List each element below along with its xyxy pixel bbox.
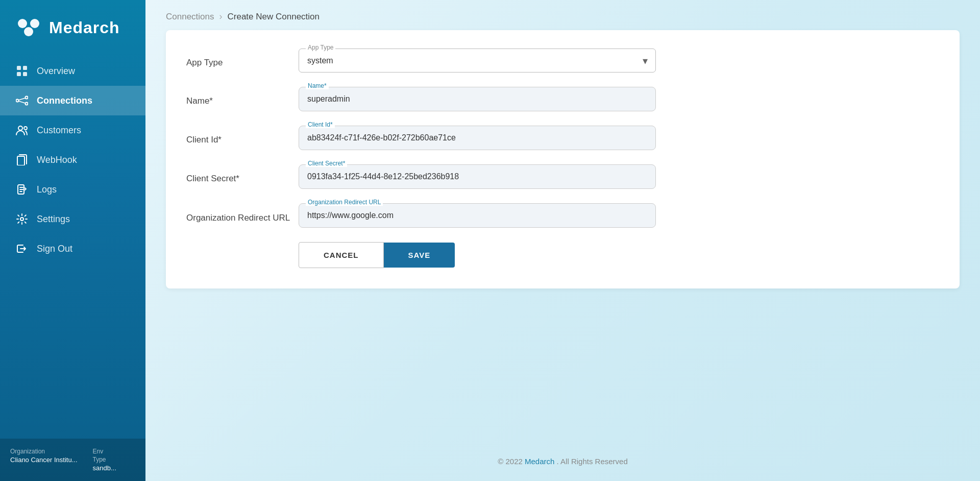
org-redirect-url-row: Organization Redirect URL Organization R… (186, 203, 939, 228)
svg-point-12 (18, 126, 22, 130)
sidebar-item-settings-label: Settings (37, 214, 70, 225)
sidebar-nav: Overview Connections (0, 56, 145, 439)
button-row: CANCEL SAVE (186, 242, 939, 268)
form-card: App Type App Type system external intern… (166, 30, 960, 288)
app-type-field-wrap: App Type system external internal ▾ (299, 49, 656, 73)
env-type-label: Type (93, 456, 116, 463)
settings-icon (15, 212, 29, 226)
client-id-field-wrap: Client Id* (299, 126, 656, 150)
breadcrumb-current: Create New Connection (228, 12, 320, 22)
svg-rect-14 (17, 156, 24, 165)
connections-icon (15, 94, 29, 107)
client-secret-row: Client Secret* Client Secret* (186, 164, 939, 189)
sidebar-item-customers[interactable]: Customers (0, 115, 145, 145)
sidebar-item-webhook[interactable]: WebHook (0, 145, 145, 175)
svg-point-13 (24, 127, 27, 130)
save-button[interactable]: SAVE (384, 243, 455, 268)
env-label: Env (93, 448, 116, 455)
svg-point-9 (26, 103, 28, 105)
client-id-floating-label: Client Id* (306, 121, 335, 128)
client-id-row: Client Id* Client Id* (186, 126, 939, 150)
sidebar-logo: Medarch (0, 0, 145, 51)
webhook-icon (15, 153, 29, 166)
org-redirect-field-wrap: Organization Redirect URL (299, 203, 656, 228)
footer-suffix: . All Rights Reserved (557, 457, 628, 466)
app-type-floating-label: App Type (306, 44, 335, 51)
sidebar-item-connections-label: Connections (37, 95, 92, 106)
svg-point-1 (30, 19, 39, 28)
svg-point-8 (26, 97, 28, 99)
medarch-logo-icon (15, 14, 42, 41)
org-label: Organization (10, 448, 78, 455)
app-type-label: App Type (186, 49, 299, 68)
sidebar-item-signout-label: Sign Out (37, 244, 72, 254)
logs-icon (15, 183, 29, 196)
sidebar-item-overview-label: Overview (37, 66, 75, 77)
name-row: Name* Name* (186, 87, 939, 111)
svg-rect-3 (17, 66, 21, 70)
client-id-label: Client Id* (186, 126, 299, 145)
page-footer: © 2022 Medarch . All Rights Reserved (145, 442, 980, 481)
footer-brand[interactable]: Medarch (525, 457, 554, 466)
sidebar-item-webhook-label: WebHook (37, 155, 77, 165)
grid-icon (15, 64, 29, 78)
svg-rect-6 (23, 72, 27, 76)
client-secret-input[interactable] (299, 164, 656, 189)
svg-point-19 (20, 218, 23, 221)
sidebar-item-logs-label: Logs (37, 184, 57, 195)
client-secret-label: Client Secret* (186, 164, 299, 184)
svg-point-7 (16, 100, 19, 102)
org-value: Cliano Cancer Institu... (10, 456, 78, 464)
svg-rect-4 (23, 66, 27, 70)
cancel-button[interactable]: CANCEL (299, 242, 384, 268)
sidebar-item-connections[interactable]: Connections (0, 86, 145, 115)
client-id-input[interactable] (299, 126, 656, 150)
env-type-value: sandb... (93, 464, 116, 472)
name-floating-label: Name* (306, 82, 329, 89)
sidebar-item-overview[interactable]: Overview (0, 56, 145, 86)
svg-line-11 (19, 101, 26, 103)
breadcrumb-link[interactable]: Connections (166, 12, 214, 22)
name-label: Name* (186, 87, 299, 106)
signout-icon (15, 242, 29, 255)
sidebar: Medarch Overview (0, 0, 145, 481)
logo-text: Medarch (49, 18, 120, 37)
svg-point-0 (18, 19, 27, 28)
svg-line-10 (19, 98, 26, 100)
main-content: Connections › Create New Connection App … (145, 0, 980, 481)
sidebar-item-signout[interactable]: Sign Out (0, 234, 145, 263)
org-redirect-url-input[interactable] (299, 203, 656, 228)
name-input[interactable] (299, 87, 656, 111)
app-type-row: App Type App Type system external intern… (186, 49, 939, 73)
breadcrumb-separator: › (219, 11, 223, 22)
users-icon (15, 124, 29, 137)
svg-point-2 (24, 27, 33, 36)
sidebar-item-customers-label: Customers (37, 125, 81, 136)
svg-rect-5 (17, 72, 21, 76)
client-secret-floating-label: Client Secret* (306, 160, 347, 167)
sidebar-item-settings[interactable]: Settings (0, 204, 145, 234)
footer-text: © 2022 (498, 457, 523, 466)
org-redirect-label: Organization Redirect URL (186, 203, 299, 224)
name-field-wrap: Name* (299, 87, 656, 111)
app-type-select[interactable]: system external internal (299, 49, 656, 73)
breadcrumb: Connections › Create New Connection (145, 0, 980, 30)
sidebar-footer: Organization Cliano Cancer Institu... En… (0, 439, 145, 481)
sidebar-item-logs[interactable]: Logs (0, 175, 145, 204)
client-secret-field-wrap: Client Secret* (299, 164, 656, 189)
org-redirect-floating-label: Organization Redirect URL (306, 199, 383, 206)
